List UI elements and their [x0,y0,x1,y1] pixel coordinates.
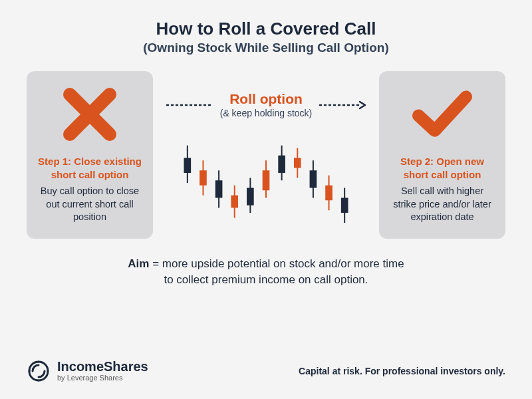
middle-column: Roll option (& keep holding stock) [158,71,374,233]
svg-rect-21 [325,186,332,201]
logo-byline: by Leverage Shares [57,374,148,382]
svg-rect-11 [247,188,254,205]
arrow-right-icon [319,100,366,110]
roll-text: Roll option (& keep holding stock) [220,91,313,118]
footer: IncomeShares by Leverage Shares Capital … [0,359,532,383]
logo-icon [27,359,51,383]
step-2-panel: Step 2: Open new short call option Sell … [379,71,505,239]
svg-rect-7 [215,180,223,198]
aim-text-1: = more upside potential on stock and/or … [149,257,404,270]
svg-rect-9 [231,196,238,208]
disclaimer-text: Capital at risk. For professional invest… [299,366,505,376]
roll-title: Roll option [220,91,313,107]
svg-rect-19 [310,170,317,188]
close-x-icon [60,84,120,144]
svg-rect-5 [200,170,207,186]
step-1-panel: Step 1: Close existing short call option… [27,71,153,239]
page-title: How to Roll a Covered Call [0,19,532,39]
svg-rect-15 [278,156,285,173]
svg-rect-13 [263,170,270,190]
logo-name: IncomeShares [57,360,148,374]
svg-rect-17 [294,158,301,168]
aim-text-2: to collect premium income on call option… [0,272,532,289]
candlestick-chart [180,133,352,233]
logo-block: IncomeShares by Leverage Shares [27,359,148,383]
step-2-label: Step 2: Open new short call option [388,155,496,181]
checkmark-icon [412,84,472,144]
roll-row: Roll option (& keep holding stock) [158,91,374,118]
step-1-label: Step 1: Close existing short call option [36,155,144,181]
step-1-body: Buy call option to close out current sho… [36,185,144,224]
arrow-left-icon [166,100,213,110]
page-subtitle: (Owning Stock While Selling Call Option) [0,41,532,55]
svg-rect-23 [341,198,348,213]
aim-label: Aim [128,257,149,270]
step-2-body: Sell call with higher strike price and/o… [388,185,496,224]
logo-text: IncomeShares by Leverage Shares [57,360,148,382]
aim-block: Aim = more upside potential on stock and… [0,256,532,289]
main-row: Step 1: Close existing short call option… [0,55,532,239]
roll-sub: (& keep holding stock) [220,108,313,118]
title-block: How to Roll a Covered Call (Owning Stock… [0,0,532,55]
svg-rect-3 [184,158,192,174]
